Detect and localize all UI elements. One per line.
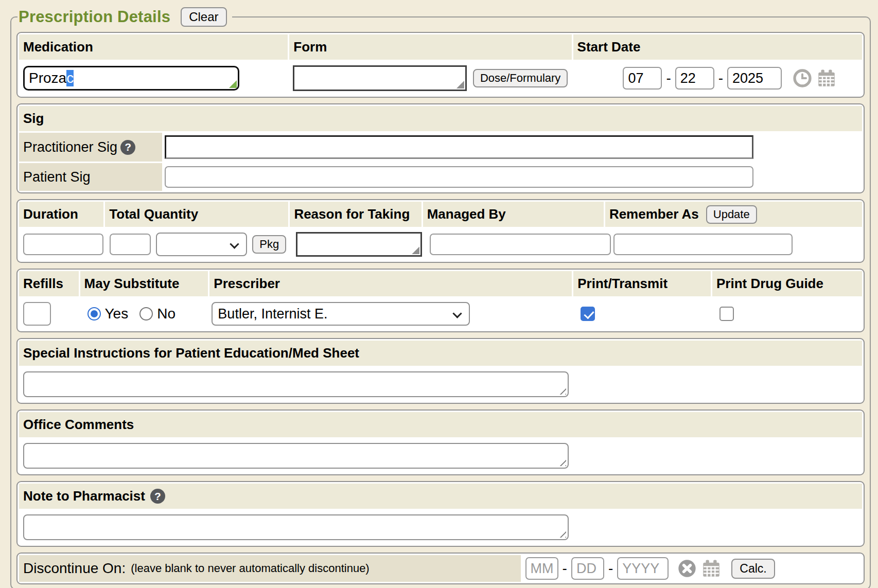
note-to-pharmacist-help-icon[interactable]: ? [150, 489, 165, 504]
discontinue-year-input[interactable] [617, 557, 669, 580]
form-input[interactable] [293, 65, 467, 91]
medication-value: Proza [29, 70, 66, 86]
office-comments-textarea[interactable] [23, 443, 569, 469]
date-separator: - [561, 560, 568, 577]
calendar-icon[interactable] [816, 67, 837, 89]
start-date-year-input[interactable] [727, 67, 782, 90]
note-to-pharmacist-header: Note to Pharmacist ? [19, 484, 862, 509]
pkg-button[interactable]: Pkg [252, 235, 286, 254]
prescription-details-legend: Prescription Details Clear [17, 7, 232, 27]
reason-column-header: Reason for Taking [290, 202, 421, 227]
patient-sig-input[interactable] [165, 166, 753, 188]
clock-icon[interactable] [792, 68, 813, 88]
discontinue-hint: (leave blank to never automatically disc… [131, 562, 369, 575]
remember-as-column-header: Remember As Update [605, 202, 862, 227]
refills-input[interactable] [23, 302, 51, 326]
practitioner-sig-input[interactable] [165, 135, 753, 159]
medication-value-selected-text: c [66, 70, 74, 86]
duration-input[interactable] [23, 234, 103, 255]
clear-date-icon[interactable] [677, 558, 697, 579]
update-button[interactable]: Update [706, 205, 757, 224]
special-instructions-header: Special Instructions for Patient Educati… [19, 341, 862, 366]
medication-table: Medication Form Start Date Prozac Dose/F… [16, 32, 865, 98]
print-drug-guide-checkbox[interactable] [719, 307, 734, 321]
refills-table: Refills May Substitute Prescriber Print/… [16, 269, 865, 332]
calendar-icon[interactable] [700, 558, 722, 579]
discontinue-table: Discontinue On: (leave blank to never au… [16, 553, 865, 584]
may-substitute-yes-radio[interactable] [87, 307, 101, 320]
form-column-header: Form [289, 34, 571, 60]
practitioner-sig-label: Practitioner Sig? [19, 133, 162, 162]
date-separator: - [665, 70, 672, 86]
may-substitute-no-radio[interactable] [139, 307, 153, 320]
no-radio-label: No [157, 306, 175, 322]
print-transmit-column-header: Print/Transmit [573, 271, 711, 296]
total-quantity-column-header: Total Quantity [105, 202, 288, 227]
note-to-pharmacist-table: Note to Pharmacist ? [16, 481, 865, 547]
sig-table: Sig Practitioner Sig? Patient Sig [16, 103, 865, 193]
medication-input[interactable]: Prozac [23, 66, 239, 91]
total-quantity-input[interactable] [110, 234, 151, 255]
print-drug-guide-column-header: Print Drug Guide [712, 271, 862, 296]
medication-column-header: Medication [19, 34, 288, 60]
reason-for-taking-input[interactable] [296, 232, 422, 257]
sig-header: Sig [19, 106, 862, 131]
office-comments-table: Office Comments [16, 409, 865, 475]
quantity-table: Duration Total Quantity Reason for Takin… [16, 199, 865, 263]
remember-as-input[interactable] [613, 234, 793, 255]
date-separator: - [607, 560, 614, 577]
print-transmit-checkbox[interactable] [581, 307, 595, 321]
page-title: Prescription Details [19, 8, 170, 26]
patient-sig-label: Patient Sig [19, 163, 162, 191]
start-date-column-header: Start Date [573, 34, 862, 60]
discontinue-month-input[interactable] [525, 557, 558, 580]
may-substitute-column-header: May Substitute [80, 271, 208, 296]
chevron-down-icon [453, 309, 462, 318]
start-date-day-input[interactable] [675, 67, 714, 90]
prescription-details-section: Prescription Details Clear Medication Fo… [10, 7, 871, 588]
yes-radio-label: Yes [105, 306, 129, 322]
start-date-month-input[interactable] [623, 67, 662, 90]
discontinue-day-input[interactable] [571, 557, 604, 580]
practitioner-sig-help-icon[interactable]: ? [120, 140, 135, 155]
quantity-unit-select[interactable] [156, 233, 247, 256]
special-instructions-table: Special Instructions for Patient Educati… [16, 338, 865, 404]
managed-by-input[interactable] [430, 234, 611, 255]
chevron-down-icon [230, 239, 239, 248]
discontinue-label: Discontinue On: (leave blank to never au… [19, 555, 521, 582]
note-to-pharmacist-textarea[interactable] [23, 514, 569, 540]
refills-column-header: Refills [19, 271, 79, 296]
special-instructions-textarea[interactable] [23, 371, 569, 397]
calc-button[interactable]: Calc. [731, 559, 775, 579]
date-separator: - [717, 70, 724, 86]
prescriber-column-header: Prescriber [209, 271, 572, 296]
managed-by-column-header: Managed By [423, 202, 604, 227]
prescriber-select[interactable]: Butler, Internist E. [212, 302, 470, 326]
duration-column-header: Duration [19, 202, 103, 227]
dose-formulary-button[interactable]: Dose/Formulary [473, 69, 568, 87]
office-comments-header: Office Comments [19, 412, 862, 437]
clear-button[interactable]: Clear [181, 7, 226, 27]
